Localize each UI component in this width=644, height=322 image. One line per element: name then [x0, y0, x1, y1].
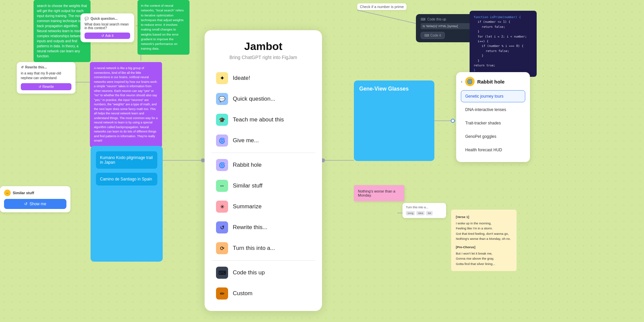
code-box-input: Is 'Write(n)' HTML [syntax] — [421, 23, 473, 29]
sticky-pink-text: Nothing's worse than a Monday. — [358, 189, 395, 197]
rabbit-hole-title: Rabbit hole — [477, 79, 505, 85]
similar-stuff-icon: ↔ — [4, 190, 11, 196]
similar-stuff-panel: ↔ Similar stuff ↺ Show me — [0, 186, 70, 212]
menu-item-give-me[interactable]: 🌀 Give me... — [211, 130, 315, 151]
rh-option-genopet[interactable]: GenoPet goggles — [461, 130, 525, 143]
rh-option-health-forecast[interactable]: Health forecast HUD — [461, 144, 525, 156]
sticky-pink-note: Nothing's worse than a Monday. — [354, 185, 404, 201]
jambot-card: Jambot Bring ChatGPT right into FigJam ✦… — [205, 30, 322, 311]
gene-view-card: Gene-View Glasses — [354, 80, 434, 161]
menu-item-rabbit-hole[interactable]: 🌀 Rabbit hole — [211, 155, 315, 175]
jambot-subtitle: Bring ChatGPT right into FigJam — [211, 55, 315, 60]
neural-explanation-block: A neural network is like a big group of … — [90, 62, 162, 147]
ask-button[interactable]: ↺ Ask it — [85, 33, 130, 39]
rewrite-button[interactable]: ↺ Rewrite — [21, 83, 71, 90]
menu-item-code[interactable]: ⌨ Code this up — [211, 263, 315, 283]
menu-item-similar-stuff[interactable]: ↔ Similar stuff — [211, 176, 315, 196]
rabbit-hole-icon: 🌀 — [465, 77, 475, 86]
check-prime-label: Check if a number is prime — [357, 3, 407, 10]
ideate-icon: ✦ — [216, 72, 228, 84]
ideate-label: Ideate! — [233, 75, 250, 82]
svg-point-14 — [451, 119, 454, 122]
quick-question-header: 💬 Quick question... — [85, 17, 130, 20]
refresh-icon: ↺ — [101, 34, 104, 38]
menu-item-rewrite[interactable]: ↺ Rewrite this... — [211, 217, 315, 237]
quick-question-input-text: What does local search mean in this cont… — [85, 22, 130, 30]
summarize-icon: ✳ — [216, 201, 228, 213]
rabbit-hole-back-button[interactable]: ‹ — [461, 79, 463, 84]
menu-divider-2 — [211, 260, 315, 261]
code-box-header: ⌨ Code this up — [421, 17, 473, 21]
kumano-bottom: Camino de Santiago in Spain — [96, 173, 157, 185]
custom-icon: ✏ — [216, 287, 228, 300]
give-me-icon: 🌀 — [216, 135, 228, 147]
menu-item-summarize[interactable]: ✳ Summarize — [211, 197, 315, 217]
similar-stuff-header: ↔ Similar stuff — [4, 190, 66, 196]
quick-question-label: Quick question... — [233, 96, 275, 102]
quick-question-icon: 💬 — [216, 93, 228, 105]
rabbit-hole-panel: ‹ 🌀 Rabbit hole Genetic journey tours DN… — [456, 72, 530, 162]
code-block: function isPrime(number) { if (number <=… — [470, 11, 537, 77]
rewrite-header: ↺ Rewrite this... — [21, 65, 71, 69]
code-menu-label: Code this up — [233, 269, 265, 276]
similar-stuff-menu-label: Similar stuff — [233, 182, 263, 189]
gene-view-title: Gene-View Glasses — [359, 86, 429, 92]
give-me-label: Give me... — [233, 137, 259, 144]
prechorus-text: But I won't let it break me, Gonna rise … — [456, 251, 512, 266]
menu-item-quick-question[interactable]: 💬 Quick question... — [211, 89, 315, 109]
turn-into-box: Turn this into a... song idea list — [402, 203, 446, 218]
teach-icon: 🎓 — [216, 114, 228, 126]
quick-question-box: 💬 Quick question... What does local sear… — [80, 13, 134, 42]
chat-icon: 💬 — [85, 17, 89, 20]
show-me-refresh-icon: ↺ — [24, 202, 28, 206]
code-btn-icon: ⌨ — [424, 34, 429, 37]
code-menu-icon: ⌨ — [216, 267, 228, 279]
custom-label: Custom — [233, 290, 253, 297]
rabbit-hole-header: ‹ 🌀 Rabbit hole — [461, 77, 525, 86]
menu-item-teach[interactable]: 🎓 Teach me about this — [211, 110, 315, 130]
menu-item-custom[interactable]: ✏ Custom — [211, 283, 315, 304]
rewrite-text: in a way that my 8-year-old nephew can u… — [21, 71, 71, 80]
turn-into-text: Turn this into a... — [406, 206, 428, 209]
rewrite-card: ↺ Rewrite this... in a way that my 8-yea… — [17, 62, 75, 94]
rh-option-trait-tracker[interactable]: Trait-tracker shades — [461, 117, 525, 129]
menu-item-ideate[interactable]: ✦ Ideate! — [211, 68, 315, 88]
verse-text: I woke up in the morning, Feeling like I… — [456, 221, 512, 241]
song-lyrics-box: [Verse 1] I woke up in the morning, Feel… — [451, 210, 517, 271]
rh-option-dna-lenses[interactable]: DNA-interactive lenses — [461, 104, 525, 116]
show-me-button[interactable]: ↺ Show me — [4, 199, 66, 209]
neural-text-content: search to choose the weights that will g… — [37, 4, 87, 58]
rewrite-btn-icon: ↺ — [39, 85, 41, 89]
turn-into-menu-label: Turn this into a... — [233, 245, 275, 252]
neural-explanation-text: A neural network is like a big group of … — [94, 66, 158, 142]
rewrite-menu-icon: ↺ — [216, 221, 228, 233]
menu-item-turn-into[interactable]: ⟳ Turn this into a... — [211, 238, 315, 258]
green-response-text: In the context of neural networks, "loca… — [141, 4, 184, 50]
menu-divider-1 — [211, 153, 315, 153]
rh-option-genetic-journey[interactable]: Genetic journey tours — [461, 90, 525, 102]
code-icon: ⌨ — [421, 17, 425, 21]
rewrite-icon: ↺ — [21, 65, 23, 69]
prechorus-label: [Pre-Chorus] — [456, 245, 512, 250]
turn-into-menu-icon: ⟳ — [216, 242, 228, 254]
summarize-label: Summarize — [233, 203, 262, 210]
green-response-box: In the context of neural networks, "loca… — [138, 0, 190, 55]
verse-label: [Verse 1] — [456, 214, 512, 219]
teach-label: Teach me about this — [233, 116, 284, 123]
code-this-up-box: ⌨ Code this up Is 'Write(n)' HTML [synta… — [416, 14, 478, 42]
jambot-title: Jambot — [211, 40, 315, 53]
rewrite-menu-label: Rewrite this... — [233, 224, 267, 231]
svg-line-11 — [357, 10, 416, 23]
similar-stuff-menu-icon: ↔ — [216, 180, 228, 192]
code-it-button[interactable]: ⌨ Code it — [421, 32, 445, 39]
rabbit-hole-menu-icon: 🌀 — [216, 159, 228, 171]
kumano-top: Kumano Kodo pilgrimage trail in Japan — [96, 151, 157, 169]
rabbit-hole-menu-label: Rabbit hole — [233, 162, 262, 168]
kumano-card: Kumano Kodo pilgrimage trail in Japan Ca… — [91, 146, 163, 262]
